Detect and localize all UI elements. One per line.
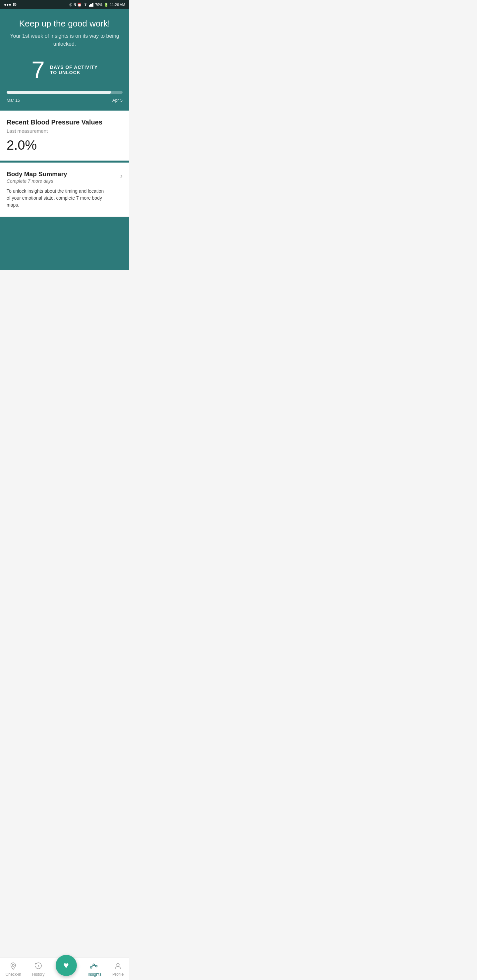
teal-decorative-block [0,217,129,270]
body-map-content: Body Map Summary Complete 7 more days To… [6,170,106,208]
body-map-description: To unlock insights about the timing and … [6,188,106,208]
days-line1: DAYS OF ACTIVITY [50,65,98,70]
bluetooth-icon [69,2,72,7]
bp-value: 2.0% [6,138,123,153]
progress-fill [6,91,111,94]
blood-pressure-section: Recent Blood Pressure Values Last measur… [0,111,129,162]
progress-container [6,91,123,94]
days-line2: TO UNLOCK [50,70,98,75]
date-end: Apr 5 [112,98,123,103]
unlock-row: 7 DAYS OF ACTIVITY TO UNLOCK [6,58,123,82]
svg-rect-0 [89,5,90,6]
bp-title: Recent Blood Pressure Values [6,119,123,126]
status-right: N ⏰ 79% 🔋 11:26 AM [69,2,125,7]
hero-title: Keep up the good work! [6,19,123,29]
battery-icon: 🔋 [104,3,108,7]
body-map-title: Body Map Summary [6,170,106,178]
progress-dates: Mar 15 Apr 5 [6,98,123,103]
svg-rect-4 [93,3,94,6]
unlock-text: DAYS OF ACTIVITY TO UNLOCK [50,65,98,75]
body-map-section[interactable]: Body Map Summary Complete 7 more days To… [0,162,129,217]
alarm-icon: ⏰ [77,3,82,7]
battery-percent: 79% [95,3,102,6]
date-start: Mar 15 [6,98,20,103]
signal-icon [89,3,94,6]
time: 11:26 AM [110,3,125,6]
days-number: 7 [32,58,45,82]
progress-track [6,91,123,94]
image-icon: 🖼 [13,2,17,7]
nfc-icon: N [73,3,76,6]
body-map-arrow-icon: › [120,170,123,180]
hero-section: Keep up the good work! Your 1st week of … [0,9,129,111]
svg-rect-3 [92,3,93,6]
status-left: ●●● 🖼 [4,2,17,7]
wifi-icon [83,3,88,6]
bp-subtitle: Last measurement [6,128,123,134]
body-map-unlock-text: Complete 7 more days [6,178,106,184]
svg-rect-2 [91,4,92,6]
notification-icon: ●●● [4,2,11,7]
status-bar: ●●● 🖼 N ⏰ 79% 🔋 [0,0,129,9]
hero-subtitle: Your 1st week of insights is on its way … [6,32,123,48]
svg-rect-1 [90,4,91,6]
